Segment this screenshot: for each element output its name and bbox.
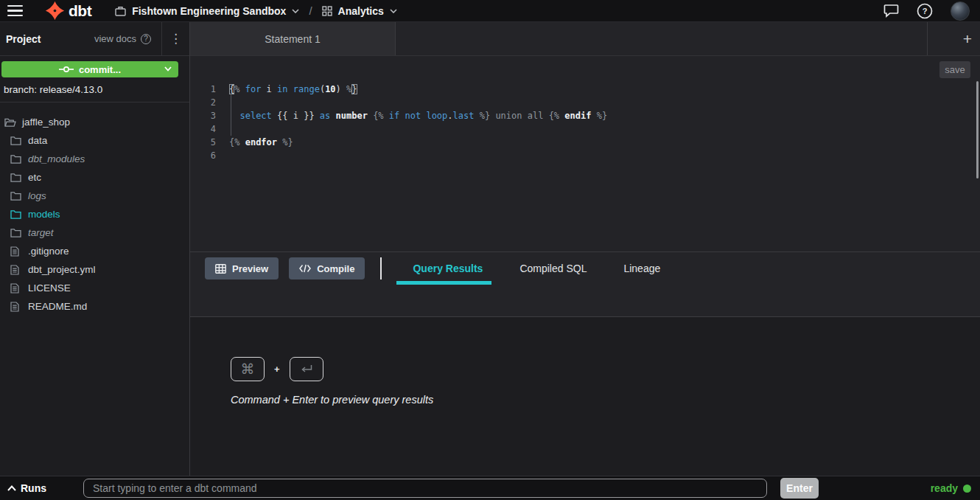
line-number: 4 bbox=[190, 122, 216, 136]
tab-compiled-sql[interactable]: Compiled SQL bbox=[518, 252, 588, 285]
results-subheader bbox=[190, 285, 980, 317]
tab-query-results[interactable]: Query Results bbox=[411, 252, 484, 285]
line-number: 5 bbox=[190, 136, 216, 149]
tree-item-models[interactable]: models bbox=[0, 205, 189, 223]
grid-icon bbox=[322, 6, 332, 16]
chevron-down-icon bbox=[390, 9, 397, 13]
code-content: 1{% for i in range(10) %}23 select {{ i … bbox=[190, 56, 980, 162]
tree-item-gitignore[interactable]: .gitignore bbox=[0, 242, 189, 260]
hamburger-menu-icon[interactable] bbox=[7, 5, 23, 16]
svg-text:?: ? bbox=[923, 7, 928, 15]
chevron-up-icon bbox=[7, 485, 16, 491]
code-editor[interactable]: save 1{% for i in range(10) %}23 select … bbox=[190, 56, 980, 251]
table-icon bbox=[215, 264, 226, 274]
chevron-down-icon bbox=[164, 66, 172, 72]
compile-button-label: Compile bbox=[317, 263, 354, 274]
breadcrumb-separator: / bbox=[309, 4, 312, 17]
code-line-4[interactable]: 4 bbox=[190, 122, 980, 136]
line-number: 6 bbox=[190, 149, 216, 162]
code-text: {% endfor %} bbox=[229, 136, 293, 149]
help-icon[interactable]: ? bbox=[917, 3, 933, 19]
enter-key-icon bbox=[290, 357, 323, 381]
main-area: Project view docs ? ⋮ commit... bbox=[0, 22, 980, 476]
tree-item-license[interactable]: LICENSE bbox=[0, 279, 189, 297]
file-explorer-sidebar: Project view docs ? ⋮ commit... bbox=[0, 22, 190, 476]
command-bar: Runs Enter ready bbox=[0, 476, 980, 500]
chat-icon[interactable] bbox=[883, 4, 899, 18]
project-switcher[interactable]: Analytics bbox=[322, 5, 397, 17]
sidebar-title: Project bbox=[0, 33, 41, 45]
user-avatar[interactable] bbox=[951, 1, 970, 21]
file-icon bbox=[10, 302, 23, 312]
folder-icon bbox=[10, 154, 23, 164]
tree-item-data[interactable]: data bbox=[0, 131, 189, 150]
tree-item-etc[interactable]: etc bbox=[0, 168, 189, 187]
code-line-6[interactable]: 6 bbox=[190, 149, 980, 162]
code-line-3[interactable]: 3 select {{ i }} as number {% if not loo… bbox=[190, 109, 980, 122]
preview-button-label: Preview bbox=[232, 263, 268, 274]
tree-item-label: jaffle_shop bbox=[22, 117, 70, 128]
tree-item-jaffle-shop[interactable]: jaffle_shop bbox=[0, 113, 189, 131]
tree-item-target[interactable]: target bbox=[0, 223, 189, 242]
tree-item-label: LICENSE bbox=[28, 282, 71, 294]
toolbar-divider bbox=[380, 257, 382, 279]
code-line-5[interactable]: 5{% endfor %} bbox=[190, 136, 980, 149]
view-docs-link[interactable]: view docs ? bbox=[94, 33, 151, 44]
code-line-1[interactable]: 1{% for i in range(10) %} bbox=[190, 83, 980, 96]
line-number: 3 bbox=[190, 109, 216, 122]
project-name: Analytics bbox=[338, 5, 384, 17]
plus-sign: + bbox=[274, 364, 280, 375]
enter-button[interactable]: Enter bbox=[780, 478, 819, 499]
editor-tab-bar: Statement 1 + bbox=[190, 22, 980, 56]
tree-item-label: dbt_project.yml bbox=[28, 264, 96, 275]
editor-scrollbar[interactable] bbox=[976, 81, 979, 178]
shortcut-hint-text: Command + Enter to preview query results bbox=[231, 394, 980, 406]
tree-item-logs[interactable]: logs bbox=[0, 187, 189, 205]
status-label: ready bbox=[931, 482, 958, 494]
dbt-logo: dbt bbox=[45, 1, 91, 21]
tree-item-label: models bbox=[28, 209, 60, 220]
folder-open-icon bbox=[4, 117, 17, 128]
status-dot bbox=[963, 485, 971, 493]
file-icon bbox=[10, 265, 23, 275]
file-icon bbox=[10, 283, 23, 294]
results-actions: Preview Compile bbox=[205, 252, 382, 285]
compile-button[interactable]: Compile bbox=[289, 257, 365, 279]
command-key-icon: ⌘ bbox=[231, 357, 265, 381]
commit-button[interactable]: commit... bbox=[1, 61, 178, 77]
folder-icon bbox=[10, 136, 23, 145]
code-line-2[interactable]: 2 bbox=[190, 96, 980, 109]
account-switcher[interactable]: Fishtown Engineering Sandbox bbox=[115, 5, 299, 17]
code-text: {% for i in range(10) %} bbox=[229, 83, 357, 96]
tree-item-dbt-modules[interactable]: dbt_modules bbox=[0, 150, 189, 168]
results-tabs: Query Results Compiled SQL Lineage bbox=[411, 252, 662, 285]
dbt-logo-icon bbox=[45, 1, 65, 21]
help-circle-icon: ? bbox=[141, 34, 151, 44]
folder-icon bbox=[10, 191, 23, 201]
results-content: ⌘ + Command + Enter to preview query res… bbox=[190, 317, 980, 476]
branch-indicator: branch: release/4.13.0 bbox=[0, 77, 189, 103]
kebab-menu-icon[interactable]: ⋮ bbox=[161, 22, 189, 55]
tree-item-label: target bbox=[28, 227, 54, 238]
chevron-down-icon bbox=[292, 9, 299, 13]
tab-lineage[interactable]: Lineage bbox=[622, 252, 662, 285]
topbar-right-actions: ? bbox=[883, 1, 980, 21]
tree-item-label: dbt_modules bbox=[28, 153, 85, 164]
briefcase-icon bbox=[115, 6, 126, 16]
view-docs-label: view docs bbox=[94, 33, 136, 44]
new-tab-button[interactable]: + bbox=[927, 22, 980, 55]
tree-item-dbt-project-yml[interactable]: dbt_project.yml bbox=[0, 260, 189, 279]
runs-label: Runs bbox=[21, 482, 46, 494]
line-number: 2 bbox=[190, 96, 216, 109]
tab-statement-1[interactable]: Statement 1 bbox=[190, 22, 396, 55]
tab-bar-spacer bbox=[396, 22, 927, 55]
folder-icon bbox=[10, 228, 23, 237]
results-panel: Preview Compile Q bbox=[190, 251, 980, 476]
dbt-command-input[interactable] bbox=[83, 479, 767, 498]
tree-item-label: README.md bbox=[28, 301, 87, 312]
runs-toggle[interactable]: Runs bbox=[6, 482, 83, 494]
indent-guide bbox=[231, 93, 231, 136]
tree-item-readme-md[interactable]: README.md bbox=[0, 297, 189, 316]
preview-button[interactable]: Preview bbox=[205, 257, 279, 279]
sidebar-header: Project view docs ? ⋮ bbox=[0, 22, 189, 56]
